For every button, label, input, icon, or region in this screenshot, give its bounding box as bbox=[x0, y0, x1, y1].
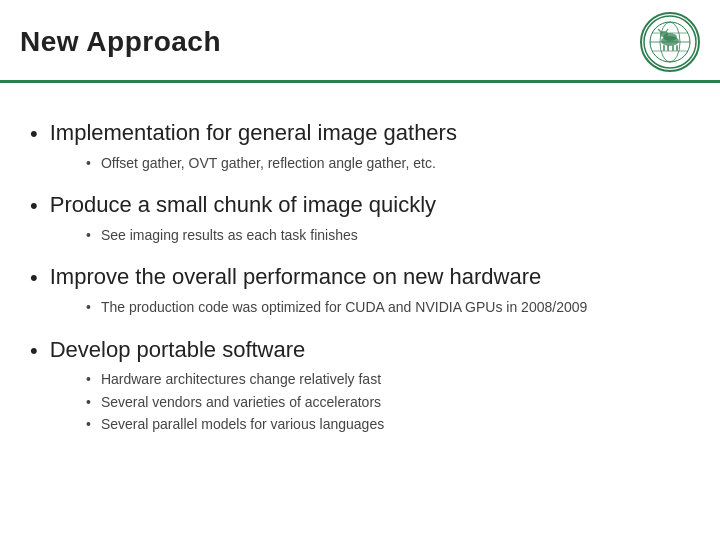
sub-bullet-1-1: • bbox=[86, 155, 91, 171]
slide-title: New Approach bbox=[20, 26, 221, 58]
sub-text-4-2: Several vendors and varieties of acceler… bbox=[101, 393, 381, 413]
svg-rect-8 bbox=[663, 45, 665, 51]
logo bbox=[640, 12, 700, 72]
sub-points-4: • Hardware architectures change relative… bbox=[86, 370, 690, 435]
bullet-4: • bbox=[30, 338, 38, 364]
bullet-3: • bbox=[30, 265, 38, 291]
sub-point-3-1: • The production code was optimized for … bbox=[86, 298, 690, 318]
bullet-2: • bbox=[30, 193, 38, 219]
sub-text-2-1: See imaging results as each task finishe… bbox=[101, 226, 358, 246]
sub-points-3: • The production code was optimized for … bbox=[86, 298, 690, 318]
sub-point-2-1: • See imaging results as each task finis… bbox=[86, 226, 690, 246]
svg-rect-9 bbox=[667, 45, 669, 51]
sub-points-1: • Offset gather, OVT gather, reflection … bbox=[86, 154, 690, 174]
sub-bullet-3-1: • bbox=[86, 299, 91, 315]
main-text-3: Improve the overall performance on new h… bbox=[50, 263, 542, 292]
sub-bullet-4-1: • bbox=[86, 371, 91, 387]
main-text-4: Develop portable software bbox=[50, 336, 306, 365]
bullet-1: • bbox=[30, 121, 38, 147]
sub-point-1-1: • Offset gather, OVT gather, reflection … bbox=[86, 154, 690, 174]
main-text-1: Implementation for general image gathers bbox=[50, 119, 457, 148]
sub-text-4-3: Several parallel models for various lang… bbox=[101, 415, 384, 435]
sub-point-4-2: • Several vendors and varieties of accel… bbox=[86, 393, 690, 413]
sub-text-1-1: Offset gather, OVT gather, reflection an… bbox=[101, 154, 436, 174]
main-text-2: Produce a small chunk of image quickly bbox=[50, 191, 436, 220]
svg-rect-11 bbox=[676, 45, 678, 51]
sub-bullet-4-3: • bbox=[86, 416, 91, 432]
main-point-3: • Improve the overall performance on new… bbox=[30, 263, 690, 292]
sub-point-4-1: • Hardware architectures change relative… bbox=[86, 370, 690, 390]
sub-points-2: • See imaging results as each task finis… bbox=[86, 226, 690, 246]
main-point-2: • Produce a small chunk of image quickly bbox=[30, 191, 690, 220]
svg-point-7 bbox=[661, 36, 679, 46]
slide: New Approach bbox=[0, 0, 720, 540]
main-point-1: • Implementation for general image gathe… bbox=[30, 119, 690, 148]
sub-text-3-1: The production code was optimized for CU… bbox=[101, 298, 587, 318]
slide-header: New Approach bbox=[0, 0, 720, 83]
main-point-4: • Develop portable software bbox=[30, 336, 690, 365]
sub-bullet-2-1: • bbox=[86, 227, 91, 243]
sub-point-4-3: • Several parallel models for various la… bbox=[86, 415, 690, 435]
logo-icon bbox=[643, 15, 697, 69]
sub-text-4-1: Hardware architectures change relatively… bbox=[101, 370, 381, 390]
slide-content: • Implementation for general image gathe… bbox=[0, 83, 720, 448]
svg-rect-10 bbox=[672, 45, 674, 51]
sub-bullet-4-2: • bbox=[86, 394, 91, 410]
svg-point-12 bbox=[660, 31, 668, 37]
